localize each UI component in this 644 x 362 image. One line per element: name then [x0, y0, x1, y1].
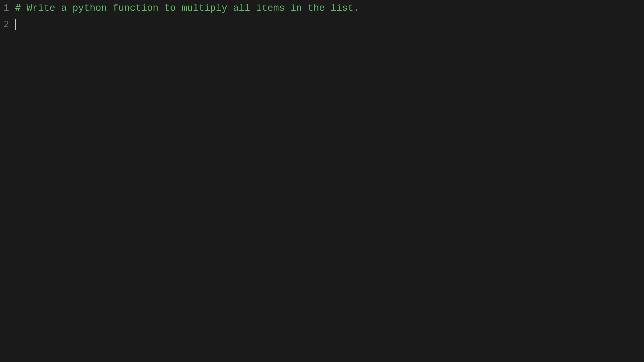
text-cursor [15, 19, 16, 30]
line-number-2: 2 [0, 17, 15, 32]
line-number-1: 1 [0, 1, 15, 15]
code-editor[interactable]: 1 # Write a python function to multiply … [0, 0, 644, 362]
editor-line-2: 2 [0, 16, 644, 33]
line-content-2 [15, 17, 644, 32]
line-content-1: # Write a python function to multiply al… [15, 1, 644, 15]
editor-line-1: 1 # Write a python function to multiply … [0, 0, 644, 16]
